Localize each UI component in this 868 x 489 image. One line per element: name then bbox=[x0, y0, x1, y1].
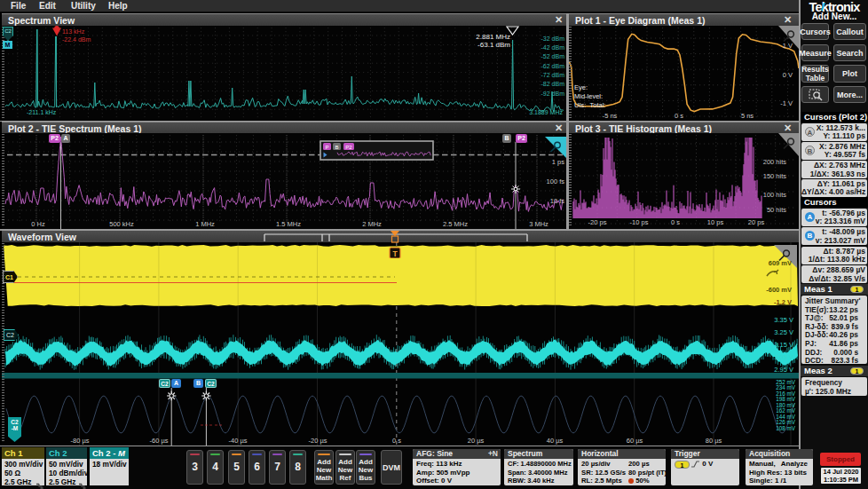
svg-text:B: B bbox=[335, 145, 338, 150]
svg-text:-5 ns: -5 ns bbox=[603, 112, 618, 120]
svg-text:Mid-level:: Mid-level: bbox=[574, 92, 603, 100]
svg-text:Eye:: Eye: bbox=[574, 83, 588, 91]
svg-text:-22.4 dBm: -22.4 dBm bbox=[62, 36, 91, 43]
svg-text:100 fs: 100 fs bbox=[547, 177, 565, 185]
svg-text:10 ps: 10 ps bbox=[707, 218, 724, 226]
svg-text:10 fs: 10 fs bbox=[550, 197, 565, 205]
svg-text:200 hits: 200 hits bbox=[763, 158, 787, 166]
svg-text:UIs: Total:: UIs: Total: bbox=[574, 101, 605, 109]
svg-text:20 ps: 20 ps bbox=[748, 218, 765, 226]
svg-text:50 hits: 50 hits bbox=[767, 206, 786, 214]
svg-text:1 ps: 1 ps bbox=[552, 158, 564, 166]
svg-text:2.881 MHz: 2.881 MHz bbox=[476, 33, 510, 41]
svg-text:-20 ps: -20 ps bbox=[588, 218, 607, 226]
svg-text:-63.1 dBm: -63.1 dBm bbox=[477, 41, 510, 49]
svg-text:100 hits: 100 hits bbox=[763, 191, 787, 199]
svg-text:113 kHz: 113 kHz bbox=[62, 28, 85, 35]
svg-text:P2: P2 bbox=[345, 145, 352, 150]
svg-text:-211.1 kHz: -211.1 kHz bbox=[27, 109, 57, 115]
svg-text:-1 V: -1 V bbox=[780, 99, 793, 107]
svg-text:P: P bbox=[325, 145, 328, 150]
svg-text:T: T bbox=[392, 249, 398, 258]
svg-text:5 ns: 5 ns bbox=[741, 112, 754, 120]
svg-text:1 V: 1 V bbox=[783, 42, 793, 50]
svg-text:0 V: 0 V bbox=[783, 71, 793, 79]
svg-text:150 hits: 150 hits bbox=[763, 172, 787, 180]
svg-text:3.1889 MHz: 3.1889 MHz bbox=[529, 109, 563, 115]
svg-text:0 s: 0 s bbox=[671, 218, 680, 226]
svg-text:0 s: 0 s bbox=[675, 112, 683, 120]
svg-text:-10 ps: -10 ps bbox=[630, 218, 649, 226]
